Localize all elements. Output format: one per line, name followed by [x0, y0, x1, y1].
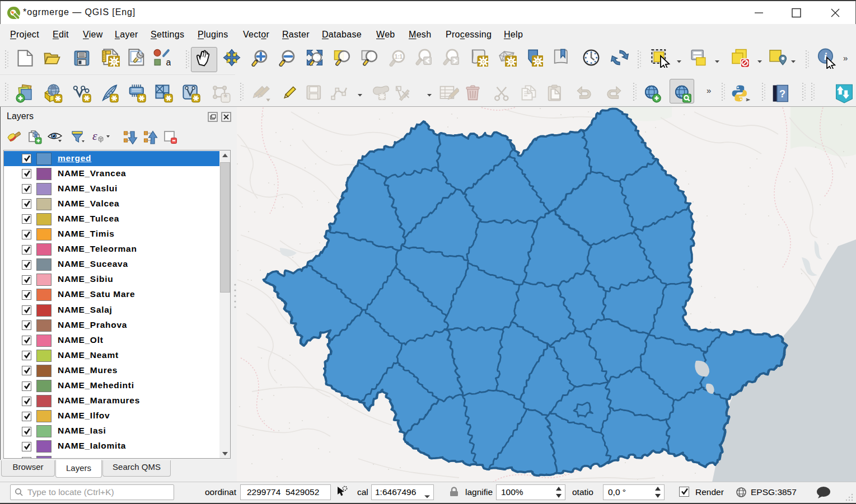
svg-text:?: ?: [779, 88, 785, 100]
svg-text:1:1: 1:1: [395, 54, 403, 60]
svg-text:a: a: [166, 58, 171, 67]
svg-text:ε: ε: [92, 130, 97, 143]
svg-text:*: *: [224, 92, 228, 103]
